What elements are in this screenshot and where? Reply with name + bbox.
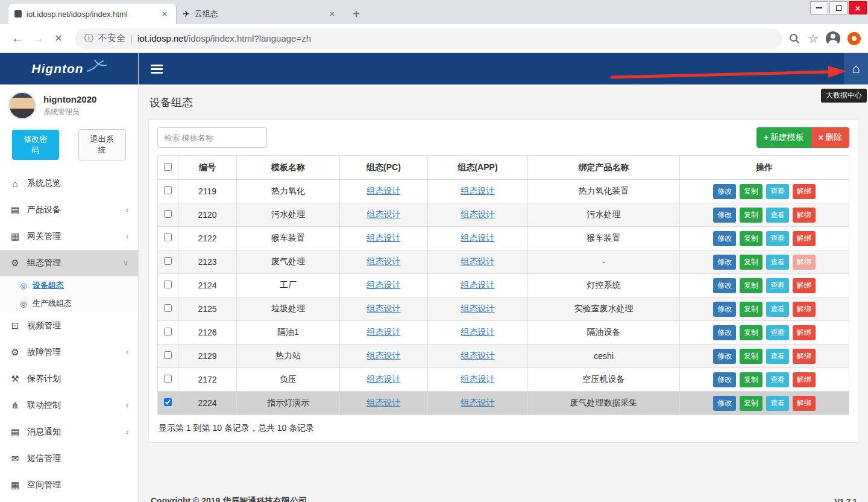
unbind-button[interactable]: 解绑 — [793, 184, 816, 199]
row-checkbox[interactable] — [164, 304, 172, 312]
menu-toggle-button[interactable] — [151, 65, 163, 74]
edit-button[interactable]: 修改 — [713, 278, 736, 293]
row-checkbox[interactable] — [164, 328, 172, 335]
sidebar-item-space-management[interactable]: ▦ 空间管理 — [0, 472, 138, 498]
copy-button[interactable]: 复制 — [740, 302, 763, 317]
row-checkbox[interactable] — [164, 281, 172, 288]
pc-design-link[interactable]: 组态设计 — [367, 398, 401, 407]
sidebar-item-linkage-control[interactable]: ⋔ 联动控制 ‹ — [0, 392, 138, 419]
info-icon[interactable]: ⓘ — [84, 33, 93, 44]
row-checkbox[interactable] — [164, 186, 172, 194]
row-checkbox[interactable] — [164, 210, 172, 218]
unbind-button[interactable]: 解绑 — [793, 278, 816, 293]
maximize-button[interactable] — [829, 1, 848, 14]
minimize-button[interactable] — [810, 1, 828, 14]
bookmark-star-icon[interactable]: ☆ — [808, 31, 819, 46]
edit-button[interactable]: 修改 — [713, 255, 736, 270]
row-checkbox[interactable] — [164, 351, 172, 359]
zoom-icon[interactable] — [788, 33, 800, 45]
pc-design-link[interactable]: 组态设计 — [367, 351, 401, 360]
view-button[interactable]: 查看 — [766, 231, 789, 246]
app-design-link[interactable]: 组态设计 — [461, 398, 495, 407]
sidebar-item-fault-management[interactable]: ⚙ 故障管理 ‹ — [0, 339, 138, 366]
view-button[interactable]: 查看 — [766, 396, 789, 411]
pc-design-link[interactable]: 组态设计 — [367, 280, 401, 290]
app-design-link[interactable]: 组态设计 — [461, 280, 495, 290]
app-design-link[interactable]: 组态设计 — [461, 351, 495, 360]
app-design-link[interactable]: 组态设计 — [461, 233, 495, 243]
view-button[interactable]: 查看 — [766, 325, 789, 340]
sidebar-item-device-scada[interactable]: ◎ 设备组态 — [0, 276, 138, 294]
edit-button[interactable]: 修改 — [713, 302, 736, 317]
sidebar-item-message-notification[interactable]: ▤ 消息通知 ‹ — [0, 419, 138, 445]
unbind-button[interactable]: 解绑 — [793, 302, 816, 317]
edit-button[interactable]: 修改 — [713, 325, 736, 340]
edit-button[interactable]: 修改 — [713, 208, 736, 223]
edit-button[interactable]: 修改 — [713, 231, 736, 246]
copy-button[interactable]: 复制 — [740, 255, 763, 270]
copy-button[interactable]: 复制 — [740, 278, 763, 293]
copy-button[interactable]: 复制 — [740, 372, 763, 387]
copy-button[interactable]: 复制 — [740, 396, 763, 411]
unbind-button[interactable]: 解绑 — [793, 255, 816, 270]
app-design-link[interactable]: 组态设计 — [461, 374, 495, 384]
unbind-button[interactable]: 解绑 — [793, 349, 816, 364]
view-button[interactable]: 查看 — [766, 278, 789, 293]
extension-icon[interactable] — [848, 32, 861, 45]
stop-button[interactable]: × — [48, 28, 69, 49]
sidebar-item-sms-management[interactable]: ✉ 短信管理 — [0, 445, 138, 472]
unbind-button[interactable]: 解绑 — [793, 325, 816, 340]
row-checkbox[interactable] — [164, 257, 172, 265]
sidebar-item-product-devices[interactable]: ▤ 产品设备 ‹ — [0, 197, 138, 223]
back-button[interactable]: ← — [7, 28, 28, 49]
create-template-button[interactable]: + 新建模板 — [756, 127, 811, 148]
logout-button[interactable]: 退出系统 — [78, 129, 127, 160]
view-button[interactable]: 查看 — [766, 208, 789, 223]
app-design-link[interactable]: 组态设计 — [461, 303, 495, 313]
tab-iot-idosp[interactable]: iot.idosp.net/idosp/index.html × — [8, 4, 176, 24]
pc-design-link[interactable]: 组态设计 — [367, 209, 401, 219]
row-checkbox[interactable] — [164, 375, 172, 383]
search-input[interactable] — [157, 127, 267, 148]
sidebar-item-scada-management[interactable]: ⚙ 组态管理 ∨ — [0, 250, 138, 276]
edit-button[interactable]: 修改 — [713, 349, 736, 364]
copy-button[interactable]: 复制 — [740, 231, 763, 246]
row-checkbox[interactable] — [164, 398, 172, 406]
sidebar-item-maintenance-plan[interactable]: ⚒ 保养计划 — [0, 366, 138, 392]
unbind-button[interactable]: 解绑 — [793, 231, 816, 246]
close-button[interactable]: × — [849, 1, 867, 14]
view-button[interactable]: 查看 — [766, 255, 789, 270]
copy-button[interactable]: 复制 — [740, 184, 763, 199]
pc-design-link[interactable]: 组态设计 — [367, 233, 401, 243]
delete-button[interactable]: × 删除 — [811, 127, 849, 148]
tab-cloud-scada[interactable]: ✈ 云组态 × — [176, 4, 344, 24]
address-bar[interactable]: ⓘ 不安全 | iot.idosp.net/idosp/index.html?l… — [75, 28, 782, 49]
pc-design-link[interactable]: 组态设计 — [367, 186, 401, 195]
view-button[interactable]: 查看 — [766, 349, 789, 364]
tab-close-icon[interactable]: × — [159, 8, 170, 19]
app-design-link[interactable]: 组态设计 — [461, 327, 495, 337]
forward-button[interactable]: → — [28, 28, 48, 49]
big-data-home-button[interactable]: ⌂ — [844, 53, 868, 84]
edit-button[interactable]: 修改 — [713, 396, 736, 411]
view-button[interactable]: 查看 — [766, 302, 789, 317]
unbind-button[interactable]: 解绑 — [793, 372, 816, 387]
copy-button[interactable]: 复制 — [740, 208, 763, 223]
sidebar-item-system-overview[interactable]: ⌂ 系统总览 — [0, 170, 138, 197]
app-design-link[interactable]: 组态设计 — [461, 186, 495, 195]
change-password-button[interactable]: 修改密码 — [12, 130, 59, 160]
app-design-link[interactable]: 组态设计 — [461, 209, 495, 219]
unbind-button[interactable]: 解绑 — [793, 208, 816, 223]
view-button[interactable]: 查看 — [766, 372, 789, 387]
pc-design-link[interactable]: 组态设计 — [367, 256, 401, 266]
browser-profile-icon[interactable] — [826, 31, 840, 46]
sidebar-item-production-line-scada[interactable]: ◎ 生产线组态 — [0, 294, 138, 313]
sidebar-item-video-management[interactable]: ⊡ 视频管理 — [0, 313, 138, 339]
row-checkbox[interactable] — [164, 234, 172, 241]
pc-design-link[interactable]: 组态设计 — [367, 303, 401, 313]
new-tab-button[interactable]: + — [348, 6, 364, 22]
sidebar-item-gateway-management[interactable]: ▦ 网关管理 ‹ — [0, 223, 138, 250]
app-design-link[interactable]: 组态设计 — [461, 256, 495, 266]
pc-design-link[interactable]: 组态设计 — [367, 374, 401, 384]
pc-design-link[interactable]: 组态设计 — [367, 327, 401, 337]
